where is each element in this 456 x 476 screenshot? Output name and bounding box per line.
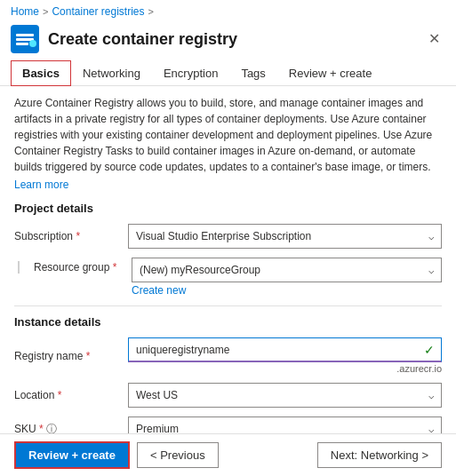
subscription-dropdown[interactable]: Visual Studio Enterprise Subscription [128,224,442,249]
tab-review-create[interactable]: Review + create [277,60,384,86]
resource-group-dropdown[interactable]: (New) myResourceGroup [132,258,442,282]
tab-tags[interactable]: Tags [229,60,276,86]
resource-group-required: * [113,261,117,274]
subscription-dropdown-wrapper: Visual Studio Enterprise Subscription ⌵ [128,224,442,249]
breadcrumb-separator-2: > [148,6,154,17]
location-dropdown-wrapper: West US ⌵ [128,383,442,408]
breadcrumb-container-registries[interactable]: Container registries [52,5,144,18]
registry-name-control: ✓ .azurecr.io [128,337,442,374]
location-required: * [58,389,62,401]
location-row: Location * West US ⌵ [14,383,442,408]
footer: Review + create < Previous Next: Network… [0,433,456,476]
svg-point-4 [29,40,36,47]
previous-button[interactable]: < Previous [137,442,219,468]
tab-encryption[interactable]: Encryption [152,60,229,86]
location-label: Location * [14,389,121,401]
subscription-label: Subscription * [14,230,121,242]
sku-label: SKU * ⓘ [14,422,121,434]
subscription-control: Visual Studio Enterprise Subscription ⌵ [128,224,442,249]
svg-rect-1 [16,34,34,36]
description-text: Azure Container Registry allows you to b… [14,95,442,175]
instance-details-title: Instance details [14,315,442,329]
subscription-required: * [76,230,80,242]
registry-name-valid-icon: ✓ [424,343,435,357]
tab-bar: Basics Networking Encryption Tags Review… [0,60,456,86]
sku-control: Premium ⌵ [128,416,442,433]
location-dropdown[interactable]: West US [128,383,442,408]
project-details-title: Project details [14,202,442,215]
registry-icon [11,25,39,53]
sku-info-icon[interactable]: ⓘ [46,423,57,434]
location-control: West US ⌵ [128,383,442,408]
azurecr-suffix: .azurecr.io [128,363,442,374]
page-title: Create container registry [48,30,414,49]
create-container-registry-panel: Home > Container registries > Create con… [0,0,456,476]
sku-dropdown[interactable]: Premium [128,416,442,433]
sku-required: * [39,423,44,434]
sku-dropdown-wrapper: Premium ⌵ [128,416,442,433]
registry-name-input[interactable] [128,337,442,362]
learn-more-link[interactable]: Learn more [14,178,442,191]
section-divider [14,305,442,306]
breadcrumb: Home > Container registries > [0,0,456,21]
resource-group-label-col: Resource group * [14,258,124,274]
resource-group-control: (New) myResourceGroup ⌵ Create new [132,258,442,297]
tab-basics[interactable]: Basics [11,60,71,86]
resource-group-dropdown-wrapper: (New) myResourceGroup ⌵ [132,258,442,282]
breadcrumb-separator-1: > [43,6,48,17]
registry-name-label: Registry name * [14,350,121,362]
sku-row: SKU * ⓘ Premium ⌵ [14,416,442,433]
svg-rect-3 [16,43,28,45]
panel-header: Create container registry ✕ [0,21,456,60]
content-area: Azure Container Registry allows you to b… [0,86,456,433]
registry-name-required: * [86,350,91,362]
registry-name-row: Registry name * ✓ .azurecr.io [14,337,442,374]
registry-name-input-wrapper: ✓ [128,337,442,362]
review-create-button[interactable]: Review + create [14,441,130,469]
tab-networking[interactable]: Networking [71,60,152,86]
resource-group-row: Resource group * (New) myResourceGroup ⌵… [14,258,442,297]
breadcrumb-home[interactable]: Home [11,5,39,18]
resource-group-label: Resource group * [18,261,124,274]
next-button[interactable]: Next: Networking > [317,442,442,468]
subscription-row: Subscription * Visual Studio Enterprise … [14,224,442,249]
create-new-link[interactable]: Create new [132,284,442,297]
close-button[interactable]: ✕ [423,30,445,48]
